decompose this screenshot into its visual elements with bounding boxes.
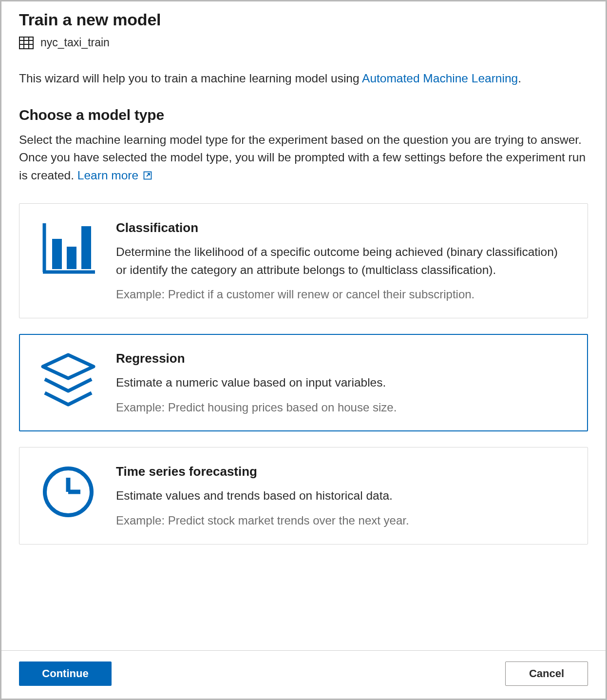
card-regression[interactable]: Regression Estimate a numeric value base… [19, 334, 588, 431]
card-title: Time series forecasting [116, 464, 568, 479]
card-forecasting[interactable]: Time series forecasting Estimate values … [19, 447, 588, 544]
wizard-description: This wizard will help you to train a mac… [19, 70, 588, 87]
wizard-desc-suffix: . [518, 72, 521, 85]
svg-rect-8 [52, 239, 62, 269]
learn-more-link[interactable]: Learn more [77, 169, 152, 182]
card-example: Example: Predict if a customer will rene… [116, 288, 568, 301]
svg-rect-9 [67, 247, 76, 269]
continue-button[interactable]: Continue [19, 661, 112, 686]
svg-rect-10 [81, 226, 91, 269]
card-example: Example: Predict stock market trends ove… [116, 514, 568, 527]
card-classification[interactable]: Classification Determine the likelihood … [19, 203, 588, 319]
automl-link[interactable]: Automated Machine Learning [362, 72, 518, 85]
external-link-icon [143, 171, 152, 180]
card-example: Example: Predict housing prices based on… [116, 401, 568, 414]
card-title: Classification [116, 220, 568, 235]
card-desc: Determine the likelihood of a specific o… [116, 243, 568, 279]
section-title: Choose a model type [19, 107, 588, 123]
model-type-cards: Classification Determine the likelihood … [19, 203, 588, 544]
learn-more-text: Learn more [77, 169, 138, 182]
card-desc: Estimate a numeric value based on input … [116, 374, 568, 392]
dataset-table-icon [19, 37, 34, 49]
card-desc: Estimate values and trends based on hist… [116, 487, 568, 505]
svg-rect-0 [19, 37, 33, 49]
wizard-footer: Continue Cancel [1, 650, 606, 699]
dataset-row: nyc_taxi_train [19, 36, 588, 49]
clock-icon [39, 464, 97, 527]
wizard-desc-prefix: This wizard will help you to train a mac… [19, 72, 362, 85]
bar-chart-icon [39, 220, 97, 302]
section-description: Select the machine learning model type f… [19, 131, 588, 185]
cancel-button[interactable]: Cancel [505, 661, 588, 686]
layers-icon [39, 351, 97, 414]
dataset-name: nyc_taxi_train [40, 36, 110, 49]
card-title: Regression [116, 351, 568, 366]
page-title: Train a new model [19, 10, 588, 29]
